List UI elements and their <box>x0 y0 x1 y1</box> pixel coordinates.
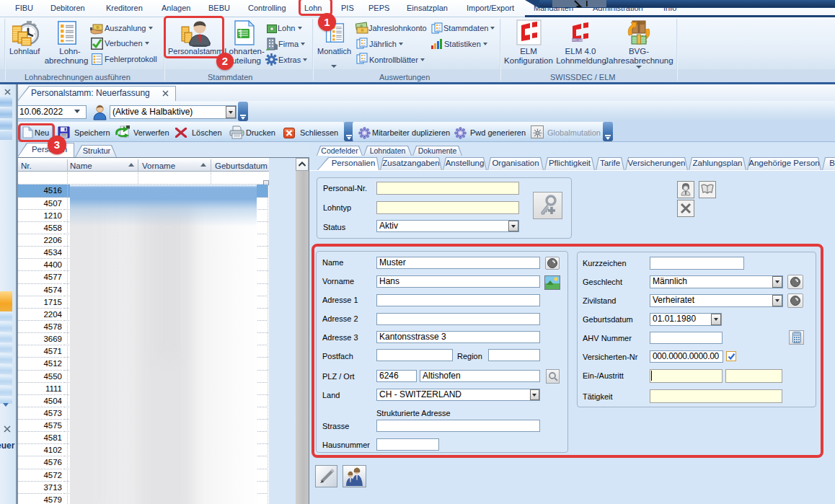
svg-text:elm·süg: elm·süg <box>573 38 585 42</box>
